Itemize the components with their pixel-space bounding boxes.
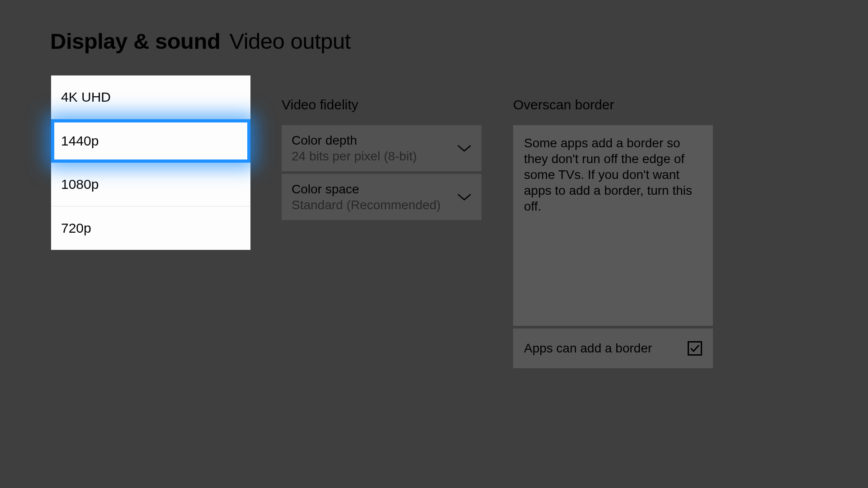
resolution-dropdown-popup: 4K UHD 1440p 1080p 720p	[51, 75, 250, 250]
resolution-option-4k-uhd[interactable]: 4K UHD	[51, 75, 250, 119]
resolution-option-1440p[interactable]: 1440p	[51, 119, 250, 163]
resolution-option-1080p[interactable]: 1080p	[51, 163, 250, 206]
resolution-option-720p[interactable]: 720p	[51, 206, 250, 250]
